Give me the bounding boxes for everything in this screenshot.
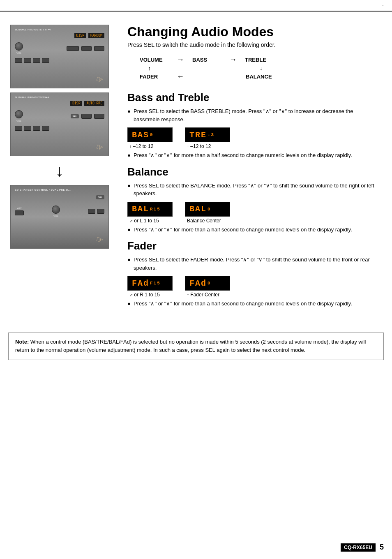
fader-range-text-2: Fader Center [190,292,219,298]
device-image-2: 6L/DUAL PRE-OUTS/35≠4 DISP AUTO PRE VOL … [10,92,109,156]
fader-bullet2: Press "∧" or "∨" for more than a half se… [134,300,380,308]
img2-sel-btn: SEL [71,114,79,118]
balance-bullet1: Press SEL to select the BALANCE mode. Pr… [134,182,380,198]
balance-bullet2: Press "∧" or "∨" for more than a half se… [134,226,380,234]
right-column: Changing Audio Modes Press SEL to switch… [119,21,392,320]
range-arrow-5: ↑ [187,293,189,297]
arrow-down: ↓ [260,65,263,72]
bass-treble-displays: BAS 9 ↑ –12 to 12 TRE -3 [127,127,380,149]
fader-displays: FAd F15 ↗ or R 1 to 15 FAd 0 [127,276,380,298]
changing-audio-section: Changing Audio Modes Press SEL to switch… [127,25,380,81]
fader-display-block-1: FAd F15 ↗ or R 1 to 15 [127,276,173,298]
balance-display-block-1: BAL R15 ↗ or L 1 to 15 [127,202,173,224]
img2-btn3 [33,126,40,131]
left-column: 6L/DUAL PRE-OUTS 7 8 ≠4 DISP RANDOM VOL [0,21,119,320]
img3-btn1 [88,209,95,214]
img1-btn1 [15,58,22,63]
img1-btn2 [24,58,31,63]
bal-val-1: R15 [150,207,161,212]
treble-range-text: –12 to 12 [190,143,211,149]
fader-lcd-1: FAd F15 [127,276,173,291]
content-area: 6L/DUAL PRE-OUTS 7 8 ≠4 DISP RANDOM VOL [0,12,392,320]
img2-btn4 [42,126,49,131]
arrow-down-between-images: ↓ [55,162,64,179]
bass-lcd: BAS 9 [127,127,173,142]
mode-row-2: FADER ← BALANCE [140,72,380,81]
fader-range-2: ↑ Fader Center [185,292,219,298]
arrow-up: ↑ [148,65,151,72]
mode-bass: BASS [192,57,221,63]
img2-btn2 [24,126,31,131]
fad-val-1: F15 [150,281,161,286]
img2-knob [15,110,23,118]
img1-btn4 [42,58,49,63]
img2-btn-mode [94,114,104,119]
top-dot: · [382,2,384,9]
changing-audio-title: Changing Audio Modes [127,25,380,39]
range-arrow-4: ↗ [129,293,133,297]
bas-text: BAS [132,130,149,140]
img3-btn2 [97,209,104,214]
arrow-right-1: → [177,55,184,64]
fader-range-1: ↗ or R 1 to 15 [127,292,160,298]
img3-sel-btn: SEL [96,195,104,199]
balance-section: Balance Press SEL to select the BALANCE … [127,166,380,234]
img1-random: RANDOM [88,33,104,38]
arrow-right-2: → [229,55,237,64]
img1-btn-mode [94,46,104,51]
treble-lcd: TRE -3 [185,127,230,142]
bass-treble-bullet1: Press SEL to select the BASS (TREBLE) mo… [134,107,380,123]
bass-display-block: BAS 9 ↑ –12 to 12 [127,127,173,149]
model-badge: CQ-RX65EU [341,543,376,552]
mode-fader: FADER [140,74,168,80]
img2-auto: AUTO PRE [84,101,104,106]
img1-btn-band [81,46,92,51]
balance-lcd-2: BAL 0 [185,202,230,217]
treble-display-block: TRE -3 ↑ –12 to 12 [185,127,230,149]
fad-text-2: FAd [189,279,207,288]
changing-audio-subtitle: Press SEL to switch the audio mode in th… [127,42,380,48]
arrow-left: ← [177,72,184,81]
bal-text-1: BAL [132,204,149,214]
bass-treble-title: Bass and Treble [127,91,380,104]
img2-btn1 [15,126,22,131]
tre-text: TRE [189,130,207,140]
fad-text-1: FAd [132,279,149,288]
balance-range-2: Balance Center [185,218,221,224]
img1-btn3 [33,58,40,63]
fader-display-block-2: FAd 0 ↑ Fader Center [185,276,230,298]
treble-range: ↑ –12 to 12 [185,143,211,149]
img3-att-btn [15,210,24,215]
img2-display: DISP [70,101,82,106]
mode-volume: VOLUME [140,57,168,63]
note-text: When a control mode (BAS/TRE/BAL/FAd) is… [15,339,366,353]
balance-range-text-2: Balance Center [187,218,221,224]
img3-label: CD CHANGER CONTROL / DUAL PRE-O... [15,189,104,191]
balance-display-block-2: BAL 0 Balance Center [185,202,230,224]
img1-knob [15,42,23,51]
bass-range: ↑ –12 to 12 [127,143,153,149]
fader-range-text-1: or R 1 to 15 [134,292,160,298]
page-number: 5 [380,543,384,552]
bass-range-text: –12 to 12 [133,143,153,149]
img3-att-label: ATT [17,207,21,210]
img1-btn-sel [67,46,79,51]
img2-label: 6L/DUAL PRE-OUTS/35≠4 [15,96,104,99]
top-section: · [0,0,392,11]
mode-treble: TREBLE [245,57,274,63]
balance-title: Balance [127,166,380,178]
page-footer: CQ-RX65EU 5 [341,543,384,552]
fader-title: Fader [127,240,380,252]
range-arrow-3: ↗ [129,219,133,223]
img2-btn-band [81,114,92,119]
note-box: Note: When a control mode (BAS/TRE/BAL/F… [8,333,384,360]
fader-lcd-2: FAd 0 [185,276,230,291]
img1-display: DISP [74,33,86,38]
bas-val: 9 [150,132,154,137]
range-arrow-1: ↑ [129,144,131,149]
mode-balance: BALANCE [246,74,274,80]
audio-mode-diagram: VOLUME → BASS → TREBLE ↑ ↓ FADER ← [140,55,380,81]
balance-range-text-1: or L 1 to 15 [134,218,159,224]
fader-bullet1: Press SEL to select the FADER mode. Pres… [134,256,380,272]
img1-label: 6L/DUAL PRE-OUTS 7 8 ≠4 [15,28,104,31]
